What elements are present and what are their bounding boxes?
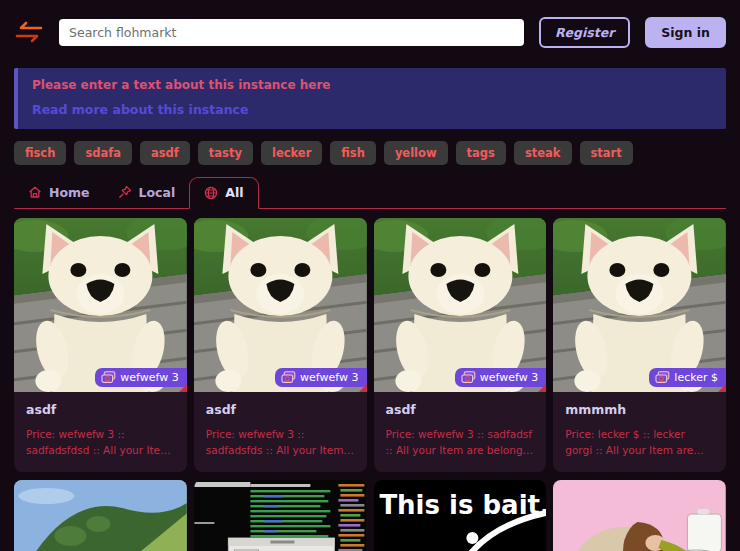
tag-lecker[interactable]: lecker — [261, 141, 322, 165]
plush-dog-image — [14, 218, 187, 392]
item-card[interactable]: lecker $ mmmmh Price: lecker $ :: lecker… — [553, 218, 726, 472]
plush-dog-image — [374, 218, 547, 392]
item-card[interactable]: wefwefw 3 asdf Price: wefwefw 3 :: sadfa… — [194, 218, 367, 472]
pin-icon — [118, 185, 132, 199]
item-title: mmmmh — [565, 402, 714, 417]
tag-fisch[interactable]: fisch — [14, 141, 66, 165]
top-bar: Register Sign in — [0, 0, 740, 61]
price-badge: wefwefw 3 — [455, 368, 546, 387]
corner-flag — [179, 384, 187, 392]
item-card[interactable]: wefwefw 3 asdf Price: wefwefw 3 :: sadfa… — [14, 218, 187, 472]
vomit-cartoon-image — [553, 480, 726, 551]
tab-all[interactable]: All — [189, 177, 258, 209]
price-badge-label: wefwefw 3 — [120, 371, 178, 384]
tag-steak[interactable]: steak — [514, 141, 572, 165]
search-input[interactable] — [59, 19, 524, 46]
item-card[interactable] — [553, 480, 726, 551]
tab-all-label: All — [225, 185, 243, 200]
home-icon — [28, 185, 42, 199]
item-title: asdf — [386, 402, 535, 417]
item-card-body: mmmmh Price: lecker $ :: lecker gorgi ::… — [553, 392, 726, 472]
item-thumbnail: wefwefw 3 — [194, 218, 367, 392]
item-card-body: asdf Price: wefwefw 3 :: sadfadsf :: All… — [374, 392, 547, 472]
corner-flag — [538, 384, 546, 392]
item-card[interactable] — [374, 480, 547, 551]
price-badge: wefwefw 3 — [95, 368, 186, 387]
item-grid: wefwefw 3 asdf Price: wefwefw 3 :: sadfa… — [14, 218, 726, 472]
tab-local-label: Local — [139, 185, 176, 200]
banknotes-icon — [101, 371, 116, 384]
feed-tabs: Home Local All — [14, 177, 726, 209]
item-thumbnail: lecker $ — [553, 218, 726, 392]
price-badge-label: wefwefw 3 — [480, 371, 538, 384]
tag-start[interactable]: start — [580, 141, 633, 165]
banknotes-icon — [281, 371, 296, 384]
sign-in-button[interactable]: Sign in — [645, 17, 726, 48]
read-more-link[interactable]: Read more about this instance — [32, 102, 712, 117]
item-thumbnail — [14, 480, 187, 551]
banknotes-icon — [655, 371, 670, 384]
price-badge-label: wefwefw 3 — [300, 371, 358, 384]
item-title: asdf — [206, 402, 355, 417]
item-thumbnail: wefwefw 3 — [14, 218, 187, 392]
corner-flag — [359, 384, 367, 392]
item-card[interactable] — [14, 480, 187, 551]
instance-banner: Please enter a text about this instance … — [14, 68, 726, 129]
register-button[interactable]: Register — [539, 17, 630, 48]
tag-asdf[interactable]: asdf — [140, 141, 190, 165]
item-price-text: Price: lecker $ :: lecker gorgi :: All y… — [565, 426, 714, 459]
price-badge-label: lecker $ — [674, 371, 718, 384]
tab-home-label: Home — [49, 185, 90, 200]
desktop-screenshot-image — [194, 480, 367, 551]
item-card-body: asdf Price: wefwefw 3 :: sadfadsfds :: A… — [194, 392, 367, 472]
plush-dog-image — [553, 218, 726, 392]
item-card[interactable] — [194, 480, 367, 551]
item-price-text: Price: wefwefw 3 :: sadfadsfdsd :: All y… — [26, 426, 175, 459]
tab-home[interactable]: Home — [14, 177, 104, 208]
plush-dog-image — [194, 218, 367, 392]
corner-flag — [718, 384, 726, 392]
item-grid-row2 — [14, 480, 726, 551]
item-thumbnail — [553, 480, 726, 551]
instance-description-text: Please enter a text about this instance … — [32, 78, 712, 92]
tag-fish[interactable]: fish — [330, 141, 376, 165]
tag-tasty[interactable]: tasty — [198, 141, 253, 165]
flohmarkt-logo-icon[interactable] — [14, 21, 44, 45]
tag-yellow[interactable]: yellow — [384, 141, 448, 165]
meadow-people-image — [14, 480, 187, 551]
bait-meme-image — [374, 480, 547, 551]
tag-tags[interactable]: tags — [456, 141, 506, 165]
item-title: asdf — [26, 402, 175, 417]
item-price-text: Price: wefwefw 3 :: sadfadsfds :: All yo… — [206, 426, 355, 459]
item-thumbnail: wefwefw 3 — [374, 218, 547, 392]
item-thumbnail — [374, 480, 547, 551]
tag-list: fisch sdafa asdf tasty lecker fish yello… — [14, 141, 726, 165]
item-card-body: asdf Price: wefwefw 3 :: sadfadsfdsd :: … — [14, 392, 187, 472]
banknotes-icon — [461, 371, 476, 384]
globe-icon — [204, 186, 218, 200]
item-thumbnail — [194, 480, 367, 551]
tab-local[interactable]: Local — [104, 177, 190, 208]
tag-sdafa[interactable]: sdafa — [74, 141, 132, 165]
price-badge: lecker $ — [649, 368, 726, 387]
item-card[interactable]: wefwefw 3 asdf Price: wefwefw 3 :: sadfa… — [374, 218, 547, 472]
item-price-text: Price: wefwefw 3 :: sadfadsf :: All your… — [386, 426, 535, 459]
price-badge: wefwefw 3 — [275, 368, 366, 387]
